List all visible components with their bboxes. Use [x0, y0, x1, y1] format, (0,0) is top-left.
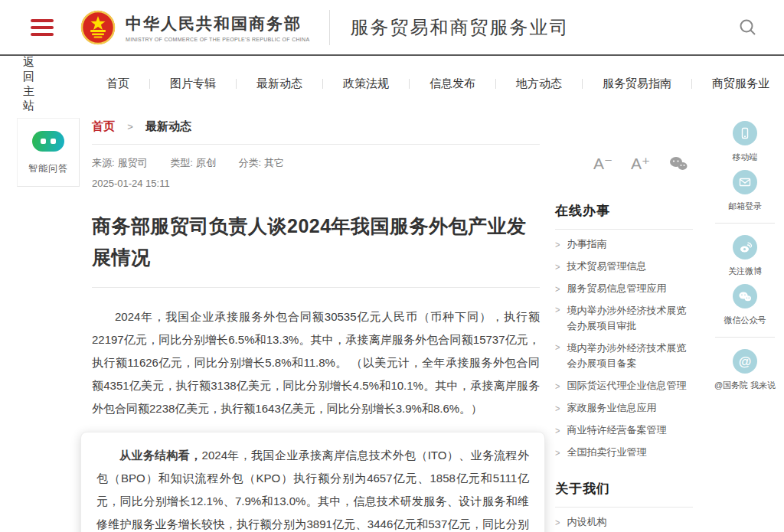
smart-qa-widget[interactable]: 智能问答 — [17, 118, 80, 187]
mobile-phone-icon — [733, 121, 757, 145]
site-title-english: MINISTRY OF COMMERCE OF THE PEOPLE'S REP… — [126, 37, 309, 42]
title-divider — [92, 287, 540, 288]
highlighted-paragraph-box: 从业务结构看，2024年，我国企业承接离岸信息技术外包（ITO）、业务流程外包（… — [80, 432, 545, 532]
nav-back-to-main[interactable]: 返回主站 — [23, 55, 34, 113]
nav-item-trade-guide[interactable]: 服务贸易指南 — [583, 77, 691, 91]
social-label: 微信公众号 — [712, 315, 778, 326]
ministry-logo[interactable]: 中华人民共和国商务部 MINISTRY OF COMMERCE OF THE P… — [80, 9, 309, 46]
wechat-official-link[interactable]: 微信公众号 — [712, 284, 778, 326]
sidebar: 在线办事 >办事指南 >技术贸易管理信息 >服务贸易信息管理应用 >境内举办涉外… — [555, 202, 693, 532]
site-title: 中华人民共和国商务部 — [126, 13, 309, 34]
sidebar-item-label: 服务贸易信息管理应用 — [567, 281, 666, 296]
sidebar-item-service-guide[interactable]: >办事指南 — [555, 237, 693, 252]
social-label: 邮箱登录 — [712, 201, 778, 212]
sidebar-item-label: 全国拍卖行业管理 — [567, 445, 646, 460]
sidebar-item-label: 内设机构 — [567, 514, 606, 530]
header-divider — [329, 10, 330, 45]
breadcrumb-divider — [92, 144, 540, 145]
sidebar-item-housekeeping[interactable]: >家政服务业信息应用 — [555, 400, 693, 416]
department-title: 服务贸易和商贸服务业司 — [350, 15, 569, 40]
weibo-icon — [733, 235, 757, 259]
nav-item-local-news[interactable]: 地方动态 — [496, 77, 582, 91]
nav-item-commerce-services[interactable]: 商贸服务业 — [692, 77, 784, 91]
about-list: >内设机构 >联系方式 — [555, 514, 693, 532]
sidebar-item-label: 技术贸易管理信息 — [567, 259, 646, 274]
article-title: 商务部服贸司负责人谈2024年我国服务外包产业发展情况 — [92, 211, 540, 274]
article-column: 首页 > 最新动态 来源:服贸司 类型:原创 分类:其它 2025-01-24 … — [92, 119, 540, 532]
search-icon[interactable] — [738, 18, 758, 38]
sidebar-item-label: 商业特许经营备案管理 — [567, 423, 666, 438]
sidebar-item-label: 家政服务业信息应用 — [567, 400, 656, 416]
chevron-right-icon: > — [555, 300, 560, 337]
sidebar-item-label: 境内举办涉外经济技术展览会办展项目审批 — [567, 303, 693, 334]
article-paragraph-overview: 2024年，我国企业承接服务外包合同额30535亿元人民币（币种下同），执行额2… — [92, 305, 540, 420]
smart-qa-label: 智能问答 — [18, 162, 79, 175]
envelope-icon — [733, 170, 757, 194]
meta-category-value: 其它 — [264, 157, 284, 168]
meta-source-label: 来源: — [92, 157, 115, 168]
nav-item-info-release[interactable]: 信息发布 — [410, 77, 495, 91]
sidebar-item-exhibition-filing[interactable]: >境内举办涉外经济技术展览会办展项目备案 — [555, 341, 693, 371]
sidebar-item-trade-info-app[interactable]: >服务贸易信息管理应用 — [555, 281, 693, 296]
meta-category-label: 分类: — [239, 157, 262, 168]
social-label: 关注微博 — [712, 266, 778, 277]
chevron-right-icon: > — [555, 338, 560, 374]
nav-item-latest-news[interactable]: 最新动态 — [237, 77, 322, 91]
sidebar-item-label: 国际货运代理企业信息管理 — [567, 378, 686, 393]
sidebar-item-franchise-filing[interactable]: >商业特许经营备案管理 — [555, 423, 693, 438]
social-links-column: 移动端 邮箱登录 关注微博 — [712, 121, 778, 398]
social-label: @国务院 我来说 — [712, 380, 778, 391]
chevron-right-icon: > — [555, 399, 560, 417]
sidebar-about-title: 关于我们 — [555, 480, 693, 508]
menu-icon[interactable] — [31, 15, 54, 40]
mailbox-login-link[interactable]: 邮箱登录 — [712, 170, 778, 212]
chevron-right-icon: > — [555, 513, 560, 531]
chevron-right-icon: > — [555, 235, 560, 253]
paragraph-lead: 从业务结构看， — [119, 449, 202, 462]
sidebar-item-exhibition-approval[interactable]: >境内举办涉外经济技术展览会办展项目审批 — [555, 303, 693, 334]
wechat-share-icon[interactable] — [668, 155, 688, 172]
weibo-link[interactable]: 关注微博 — [712, 235, 778, 277]
main-area: 智能问答 首页 > 最新动态 来源:服贸司 类型:原创 分类:其它 2025-0… — [0, 112, 784, 532]
sidebar-item-freight-agency[interactable]: >国际货运代理企业信息管理 — [555, 378, 693, 393]
social-divider — [715, 223, 775, 224]
sidebar-item-label: 办事指南 — [567, 237, 606, 252]
mobile-site-link[interactable]: 移动端 — [712, 121, 778, 163]
nav-item-policies[interactable]: 政策法规 — [323, 77, 409, 91]
chevron-right-icon: > — [555, 377, 560, 395]
at-glyph: @ — [739, 355, 752, 368]
breadcrumb-current: 最新动态 — [145, 119, 191, 132]
sidebar-item-label: 境内举办涉外经济技术展览会办展项目备案 — [567, 341, 693, 371]
online-services-list: >办事指南 >技术贸易管理信息 >服务贸易信息管理应用 >境内举办涉外经济技术展… — [555, 237, 693, 460]
article-meta: 来源:服贸司 类型:原创 分类:其它 — [92, 156, 540, 170]
nav-item-photo-album[interactable]: 图片专辑 — [150, 77, 236, 91]
chevron-right-icon: > — [555, 279, 560, 298]
nav-item-home[interactable]: 首页 — [87, 77, 149, 91]
site-header: 中华人民共和国商务部 MINISTRY OF COMMERCE OF THE P… — [0, 0, 784, 54]
social-label: 移动端 — [712, 152, 778, 163]
meta-source-value: 服贸司 — [118, 157, 148, 168]
breadcrumb-separator: > — [127, 121, 133, 132]
sidebar-online-services-title: 在线办事 — [555, 202, 693, 230]
chatbot-icon — [32, 131, 64, 152]
meta-type-label: 类型: — [170, 157, 193, 168]
state-council-link[interactable]: @ @国务院 我来说 — [712, 349, 778, 391]
article-tools: A⁻ A⁺ — [593, 155, 688, 173]
font-increase-button[interactable]: A⁺ — [631, 155, 650, 173]
meta-type-value: 原创 — [196, 157, 216, 168]
chevron-right-icon: > — [555, 443, 560, 462]
social-divider — [715, 337, 775, 338]
breadcrumb-home-link[interactable]: 首页 — [92, 119, 115, 132]
sidebar-item-tech-trade-info[interactable]: >技术贸易管理信息 — [555, 259, 693, 274]
main-nav: 返回主站 首页 图片专辑 最新动态 政策法规 信息发布 地方动态 服务贸易指南 … — [0, 56, 784, 112]
sidebar-item-auction-management[interactable]: >全国拍卖行业管理 — [555, 445, 693, 460]
chevron-right-icon: > — [555, 421, 560, 439]
breadcrumb: 首页 > 最新动态 — [92, 119, 540, 134]
at-icon: @ — [733, 349, 757, 374]
font-decrease-button[interactable]: A⁻ — [593, 155, 612, 173]
sidebar-item-internal-organs[interactable]: >内设机构 — [555, 514, 693, 530]
chevron-right-icon: > — [555, 257, 560, 276]
article-datetime: 2025-01-24 15:11 — [92, 178, 540, 189]
article-paragraph-business-structure: 从业务结构看，2024年，我国企业承接离岸信息技术外包（ITO）、业务流程外包（… — [96, 444, 529, 532]
national-emblem-icon — [80, 9, 116, 46]
